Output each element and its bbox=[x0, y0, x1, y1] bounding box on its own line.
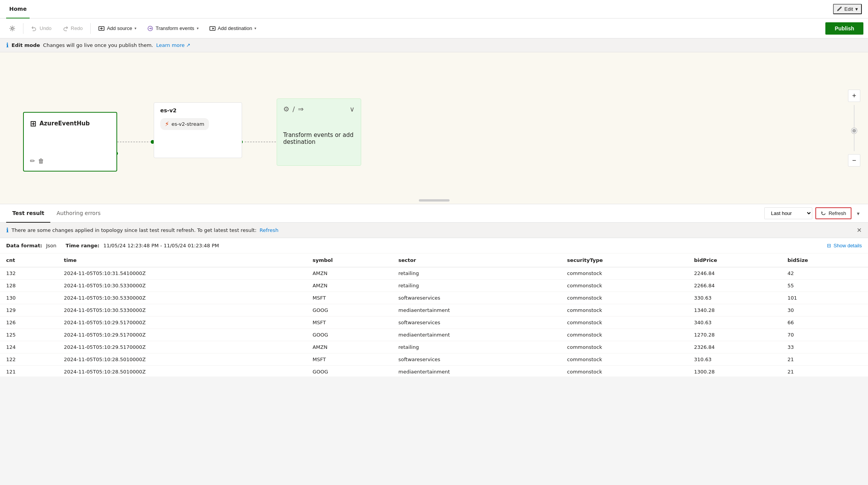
add-source-button[interactable]: Add source ▾ bbox=[94, 23, 141, 34]
add-source-icon bbox=[98, 25, 105, 32]
col-sector: sector bbox=[392, 253, 561, 267]
add-destination-chevron-icon: ▾ bbox=[254, 26, 256, 30]
source-node[interactable]: ⊞ AzureEventHub ✏️ 🗑 bbox=[23, 112, 117, 172]
home-tab[interactable]: Home bbox=[6, 0, 30, 18]
transform-expand-icon[interactable]: ∨ bbox=[350, 105, 355, 113]
transform-gear-icon: ⚙ bbox=[283, 105, 289, 113]
settings-button[interactable] bbox=[5, 23, 20, 34]
table-row[interactable]: 1242024-11-05T05:10:29.5170000ZAMZNretai… bbox=[0, 341, 868, 353]
cell-sector: retailing bbox=[392, 267, 561, 280]
cell-symbol: AMZN bbox=[306, 280, 392, 292]
zoom-in-button[interactable]: + bbox=[848, 90, 860, 102]
cell-securitytype: commonstock bbox=[561, 366, 688, 377]
cell-bidsize: 66 bbox=[782, 317, 868, 329]
transform-node[interactable]: ⚙ / ⇒ ∨ Transform events or add destinat… bbox=[277, 98, 361, 166]
stream-icon: ⚡ bbox=[165, 120, 169, 128]
col-security-type: securityType bbox=[561, 253, 688, 267]
publish-button[interactable]: Publish bbox=[825, 22, 863, 35]
add-source-chevron-icon: ▾ bbox=[134, 26, 136, 30]
zoom-out-button[interactable]: − bbox=[848, 154, 860, 167]
cell-bidprice: 310.63 bbox=[688, 353, 781, 366]
canvas-scroll-indicator bbox=[419, 199, 450, 202]
cell-bidprice: 1300.28 bbox=[688, 366, 781, 377]
table-row[interactable]: 1222024-11-05T05:10:28.5010000ZMSFTsoftw… bbox=[0, 353, 868, 366]
cell-sector: retailing bbox=[392, 341, 561, 353]
cell-sector: softwareservices bbox=[392, 292, 561, 304]
col-cnt: cnt bbox=[0, 253, 58, 267]
table-row[interactable]: 1322024-11-05T05:10:31.5410000ZAMZNretai… bbox=[0, 267, 868, 280]
refresh-button[interactable]: Refresh bbox=[815, 207, 851, 219]
redo-button[interactable]: Redo bbox=[58, 23, 87, 34]
transform-events-button[interactable]: Transform events ▾ bbox=[143, 23, 203, 34]
cell-time: 2024-11-05T05:10:30.5330000Z bbox=[58, 304, 306, 317]
delete-node-icon[interactable]: 🗑 bbox=[38, 157, 44, 165]
table-row[interactable]: 1212024-11-05T05:10:28.5010000ZGOOGmedia… bbox=[0, 366, 868, 377]
cell-cnt: 122 bbox=[0, 353, 58, 366]
tabs-bar: Test result Authoring errors Last hour L… bbox=[0, 204, 868, 223]
more-options-button[interactable]: ▾ bbox=[855, 209, 862, 218]
top-bar: Home Edit ▾ bbox=[0, 0, 868, 18]
toolbar-divider-2 bbox=[90, 23, 91, 34]
show-details-button[interactable]: ⊟ Show details bbox=[827, 243, 862, 248]
data-table: cnt time symbol sector securityType bidP… bbox=[0, 253, 868, 377]
transform-node-icons: ⚙ / ⇒ ∨ bbox=[283, 105, 355, 113]
table-row[interactable]: 1262024-11-05T05:10:29.5170000ZMSFTsoftw… bbox=[0, 317, 868, 329]
cell-symbol: GOOG bbox=[306, 366, 392, 377]
alert-refresh-link[interactable]: Refresh bbox=[260, 227, 279, 233]
cell-securitytype: commonstock bbox=[561, 329, 688, 341]
cell-securitytype: commonstock bbox=[561, 304, 688, 317]
alert-bar: ℹ There are some changes applied in topo… bbox=[0, 223, 868, 238]
time-filter[interactable]: Last hour Last 3 hours Last 6 hours Last… bbox=[764, 207, 812, 219]
col-symbol: symbol bbox=[306, 253, 392, 267]
cell-cnt: 130 bbox=[0, 292, 58, 304]
cell-cnt: 121 bbox=[0, 366, 58, 377]
table-row[interactable]: 1252024-11-05T05:10:29.5170000ZGOOGmedia… bbox=[0, 329, 868, 341]
col-bid-size: bidSize bbox=[782, 253, 868, 267]
cell-securitytype: commonstock bbox=[561, 267, 688, 280]
alert-close-button[interactable]: ✕ bbox=[857, 227, 862, 234]
top-bar-right: Edit ▾ bbox=[833, 4, 862, 14]
time-filter-select[interactable]: Last hour Last 3 hours Last 6 hours Last… bbox=[765, 208, 812, 219]
alert-message: There are some changes applied in topolo… bbox=[12, 227, 256, 233]
add-destination-button[interactable]: Add destination ▾ bbox=[205, 23, 261, 34]
undo-button[interactable]: Undo bbox=[27, 23, 56, 34]
edit-mode-label: Edit mode bbox=[12, 42, 40, 48]
external-link-icon: ↗ bbox=[186, 42, 191, 48]
cell-securitytype: commonstock bbox=[561, 317, 688, 329]
cell-sector: softwareservices bbox=[392, 353, 561, 366]
edit-button[interactable]: Edit ▾ bbox=[833, 4, 862, 14]
transform-arrow-icon: ⇒ bbox=[298, 105, 304, 113]
cell-bidsize: 30 bbox=[782, 304, 868, 317]
cell-securitytype: commonstock bbox=[561, 292, 688, 304]
cell-bidprice: 2326.84 bbox=[688, 341, 781, 353]
cell-symbol: GOOG bbox=[306, 329, 392, 341]
source-node-actions: ✏️ 🗑 bbox=[30, 157, 110, 165]
transform-events-icon bbox=[147, 25, 153, 32]
cell-time: 2024-11-05T05:10:30.5330000Z bbox=[58, 292, 306, 304]
table-row[interactable]: 1302024-11-05T05:10:30.5330000ZMSFTsoftw… bbox=[0, 292, 868, 304]
learn-more-link[interactable]: Learn more ↗ bbox=[156, 42, 190, 48]
info-icon: ℹ bbox=[6, 42, 8, 49]
zoom-slider-thumb[interactable] bbox=[851, 128, 857, 133]
table-row[interactable]: 1292024-11-05T05:10:30.5330000ZGOOGmedia… bbox=[0, 304, 868, 317]
stream-tag[interactable]: ⚡ es-v2-stream bbox=[160, 118, 209, 130]
cell-bidsize: 33 bbox=[782, 341, 868, 353]
stream-node[interactable]: es-v2 ⚡ es-v2-stream bbox=[154, 102, 242, 158]
tab-test-result[interactable]: Test result bbox=[6, 204, 50, 223]
cell-bidprice: 2266.84 bbox=[688, 280, 781, 292]
cell-cnt: 125 bbox=[0, 329, 58, 341]
edit-node-icon[interactable]: ✏️ bbox=[30, 157, 35, 165]
redo-icon bbox=[62, 25, 68, 32]
cell-cnt: 132 bbox=[0, 267, 58, 280]
table-row[interactable]: 1282024-11-05T05:10:30.5330000ZAMZNretai… bbox=[0, 280, 868, 292]
zoom-controls: + − bbox=[848, 90, 860, 167]
tab-authoring-errors[interactable]: Authoring errors bbox=[50, 204, 106, 223]
toolbar: Undo Redo Add source ▾ Transform events … bbox=[0, 18, 868, 38]
data-table-container[interactable]: cnt time symbol sector securityType bidP… bbox=[0, 253, 868, 377]
cell-cnt: 129 bbox=[0, 304, 58, 317]
cell-cnt: 128 bbox=[0, 280, 58, 292]
edit-icon bbox=[837, 7, 842, 12]
add-destination-icon bbox=[209, 25, 216, 32]
cell-bidsize: 21 bbox=[782, 353, 868, 366]
settings-icon bbox=[9, 25, 15, 32]
